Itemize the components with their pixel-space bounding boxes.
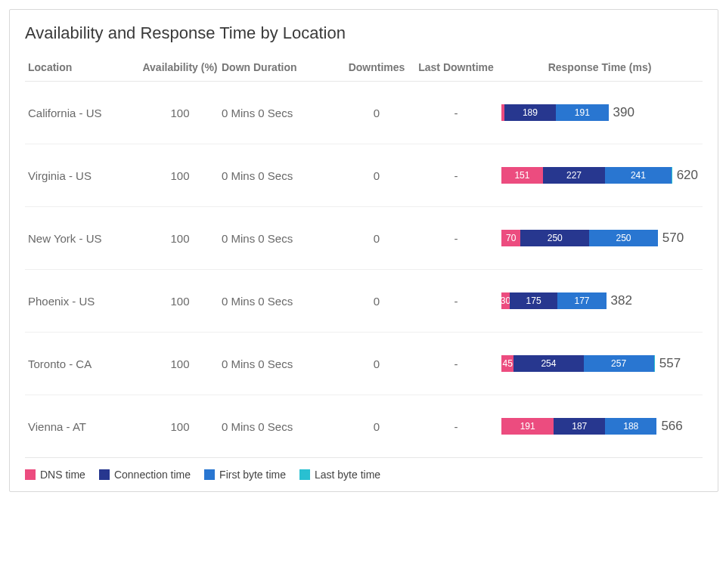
bar-segment-dns: 30: [501, 292, 510, 309]
stacked-bar: 30175177: [501, 292, 607, 309]
stacked-bar: 189191: [501, 104, 609, 121]
bar-segment-first-byte: 191: [556, 104, 608, 121]
cell-response-time: 189191390: [494, 104, 698, 121]
bar-segment-connection: 250: [520, 230, 589, 246]
legend-label-last-byte: Last byte time: [315, 469, 380, 481]
cell-last-downtime: -: [418, 420, 494, 433]
legend-label-first-byte: First byte time: [219, 469, 286, 481]
table-row: California - US1000 Mins 0 Secs0-1891913…: [25, 82, 703, 144]
response-time-total: 390: [613, 105, 634, 120]
cell-response-time: 45254257557: [494, 355, 698, 372]
page-title: Availability and Response Time by Locati…: [25, 23, 703, 43]
bar-segment-connection: 227: [543, 167, 605, 184]
cell-downtimes: 0: [335, 295, 418, 308]
cell-down-duration: 0 Mins 0 Secs: [222, 420, 335, 433]
bar-segment-last-byte: [672, 167, 672, 184]
swatch-first-byte-icon: [204, 469, 215, 480]
bar-segment-first-byte: 257: [584, 355, 654, 372]
cell-last-downtime: -: [418, 357, 494, 370]
legend-item-first-byte: First byte time: [204, 469, 286, 481]
table-row: Virginia - US1000 Mins 0 Secs0-151227241…: [25, 144, 703, 207]
response-time-bar: 70250250570: [501, 230, 698, 246]
col-header-availability: Availability (%): [138, 61, 222, 73]
table-body: California - US1000 Mins 0 Secs0-1891913…: [25, 82, 703, 458]
bar-segment-connection: 175: [510, 292, 558, 309]
cell-downtimes: 0: [335, 107, 418, 119]
cell-availability: 100: [138, 295, 222, 308]
bar-segment-dns: 191: [501, 418, 554, 435]
response-time-bar: 45254257557: [501, 355, 698, 372]
bar-segment-connection: 254: [513, 355, 583, 372]
cell-availability: 100: [138, 232, 222, 245]
cell-down-duration: 0 Mins 0 Secs: [222, 107, 335, 119]
cell-location: Virginia - US: [25, 169, 138, 182]
table-row: Phoenix - US1000 Mins 0 Secs0-3017517738…: [25, 270, 703, 333]
stacked-bar: 191187188: [501, 418, 656, 435]
availability-panel: Availability and Response Time by Locati…: [9, 9, 718, 492]
cell-location: Toronto - CA: [25, 357, 138, 370]
stacked-bar: 151227241: [501, 167, 672, 184]
bar-segment-dns: 70: [501, 230, 520, 246]
cell-downtimes: 0: [335, 232, 418, 245]
chart-legend: DNS time Connection time First byte time…: [25, 469, 703, 481]
cell-availability: 100: [138, 420, 222, 433]
cell-location: New York - US: [25, 232, 138, 245]
legend-label-dns: DNS time: [40, 469, 85, 481]
cell-availability: 100: [138, 357, 222, 370]
table-header: Location Availability (%) Down Duration …: [25, 57, 703, 82]
stacked-bar: 70250250: [501, 230, 658, 246]
bar-segment-last-byte: [654, 355, 655, 372]
legend-item-connection: Connection time: [99, 469, 191, 481]
cell-last-downtime: -: [418, 107, 494, 119]
cell-response-time: 191187188566: [494, 418, 698, 435]
table-row: New York - US1000 Mins 0 Secs0-702502505…: [25, 207, 703, 270]
bar-segment-connection: 187: [554, 418, 605, 435]
response-time-total: 382: [611, 293, 632, 308]
bar-segment-connection: 189: [504, 104, 557, 121]
cell-downtimes: 0: [335, 357, 418, 370]
col-header-location: Location: [25, 61, 138, 73]
col-header-response-time: Response Time (ms): [494, 61, 698, 73]
response-time-bar: 30175177382: [501, 292, 698, 309]
bar-segment-first-byte: 241: [605, 167, 671, 184]
bar-segment-dns: 45: [501, 355, 513, 372]
bar-segment-first-byte: 188: [605, 418, 656, 435]
cell-last-downtime: -: [418, 169, 494, 182]
bar-segment-dns: 151: [501, 167, 543, 184]
response-time-bar: 151227241620: [501, 167, 698, 184]
cell-availability: 100: [138, 169, 222, 182]
table-row: Vienna - AT1000 Mins 0 Secs0-19118718856…: [25, 395, 703, 458]
swatch-connection-icon: [99, 469, 110, 480]
col-header-last-downtime: Last Downtime: [418, 61, 494, 73]
cell-response-time: 30175177382: [494, 292, 698, 309]
cell-down-duration: 0 Mins 0 Secs: [222, 357, 335, 370]
legend-item-last-byte: Last byte time: [299, 469, 380, 481]
cell-location: California - US: [25, 107, 138, 119]
cell-response-time: 151227241620: [494, 167, 698, 184]
response-time-total: 620: [677, 168, 698, 183]
table-row: Toronto - CA1000 Mins 0 Secs0-4525425755…: [25, 333, 703, 395]
bar-segment-first-byte: 250: [589, 230, 658, 246]
swatch-last-byte-icon: [299, 469, 310, 480]
response-time-total: 570: [662, 231, 684, 246]
response-time-bar: 191187188566: [501, 418, 698, 435]
legend-item-dns: DNS time: [25, 469, 85, 481]
cell-downtimes: 0: [335, 169, 418, 182]
bar-segment-first-byte: 177: [557, 292, 606, 309]
cell-down-duration: 0 Mins 0 Secs: [222, 169, 335, 182]
col-header-downtimes: Downtimes: [335, 61, 418, 73]
cell-location: Phoenix - US: [25, 295, 138, 308]
cell-last-downtime: -: [418, 295, 494, 308]
legend-label-connection: Connection time: [114, 469, 191, 481]
cell-down-duration: 0 Mins 0 Secs: [222, 232, 335, 245]
response-time-total: 557: [659, 356, 681, 371]
cell-downtimes: 0: [335, 420, 418, 433]
cell-location: Vienna - AT: [25, 420, 138, 433]
response-time-bar: 189191390: [501, 104, 698, 121]
col-header-down-duration: Down Duration: [222, 61, 335, 73]
response-time-total: 566: [661, 419, 682, 434]
cell-response-time: 70250250570: [494, 230, 698, 246]
swatch-dns-icon: [25, 469, 36, 480]
cell-down-duration: 0 Mins 0 Secs: [222, 295, 335, 308]
cell-availability: 100: [138, 107, 222, 119]
